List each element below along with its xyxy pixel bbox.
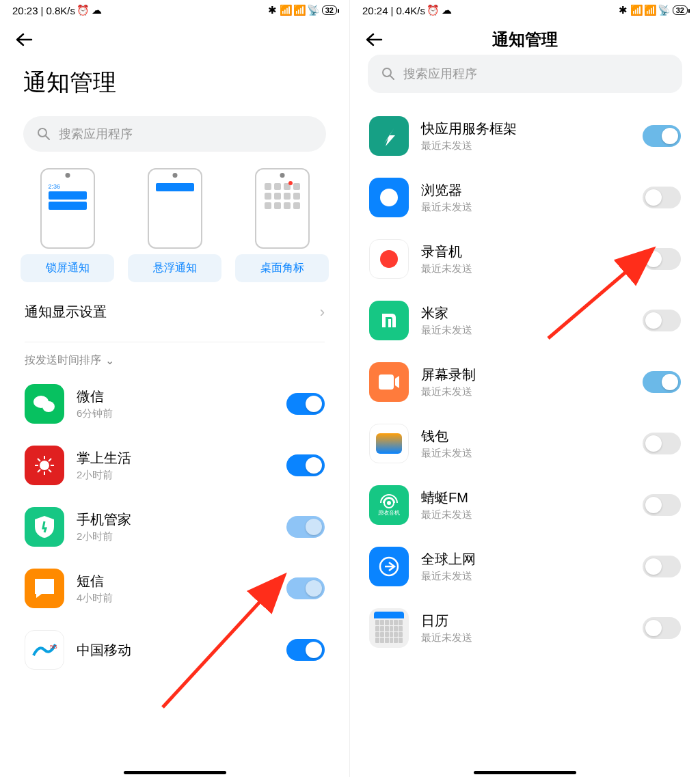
search-input[interactable]: 搜索应用程序 — [368, 55, 682, 93]
notification-toggle[interactable] — [286, 516, 325, 538]
search-placeholder: 搜索应用程序 — [403, 66, 477, 82]
back-button[interactable] — [364, 29, 384, 50]
app-subtitle: 6分钟前 — [77, 407, 274, 420]
home-indicator[interactable] — [124, 771, 226, 774]
mihome-app-icon — [369, 301, 409, 340]
app-name: 全球上网 — [421, 550, 630, 569]
page-title: 通知管理 — [384, 29, 666, 51]
screenrec-app-icon — [369, 362, 409, 402]
app-row[interactable]: 录音机最近未发送 — [369, 228, 681, 290]
category-floating[interactable]: 悬浮通知 — [128, 168, 221, 282]
app-text: 日历最近未发送 — [421, 612, 630, 644]
app-row[interactable]: 全球上网最近未发送 — [369, 536, 681, 597]
status-time: 20:23 — [12, 5, 38, 16]
app-row[interactable]: 手机管家2小时前 — [25, 496, 325, 558]
notification-toggle[interactable] — [643, 248, 681, 270]
app-text: 全球上网最近未发送 — [421, 550, 630, 583]
home-indicator[interactable] — [474, 771, 576, 774]
signal-icon: 📶 — [281, 5, 292, 16]
status-time: 20:24 — [362, 5, 388, 16]
app-row[interactable]: 快应用服务框架最近未发送 — [369, 105, 681, 167]
notification-toggle[interactable] — [286, 577, 325, 599]
category-label[interactable]: 桌面角标 — [235, 254, 329, 282]
app-text: 中国移动 — [77, 641, 274, 659]
notification-toggle[interactable] — [286, 393, 325, 415]
chevron-right-icon: › — [320, 303, 325, 321]
wifi-icon: 📡 — [308, 5, 319, 16]
app-text: 微信6分钟前 — [77, 387, 274, 420]
app-text: 蜻蜓FM最近未发送 — [421, 489, 630, 521]
notification-toggle[interactable] — [643, 187, 681, 208]
app-row[interactable]: 日历最近未发送 — [369, 597, 681, 659]
chevron-down-icon: ⌄ — [105, 354, 114, 367]
svg-rect-9 — [379, 374, 394, 390]
app-subtitle: 最近未发送 — [421, 631, 630, 644]
app-subtitle: 最近未发送 — [421, 385, 630, 398]
app-text: 录音机最近未发送 — [421, 243, 630, 275]
app-row[interactable]: 米家最近未发送 — [369, 290, 681, 351]
app-subtitle: 最近未发送 — [421, 447, 630, 460]
app-row[interactable]: 钱包最近未发送 — [369, 413, 681, 474]
app-subtitle: 最近未发送 — [421, 508, 630, 521]
signal-icon: 📶 — [295, 5, 306, 16]
notification-toggle[interactable] — [643, 125, 681, 147]
app-row[interactable]: 屏幕录制最近未发送 — [369, 351, 681, 413]
status-net: 0.8K/s — [46, 5, 75, 16]
sort-selector[interactable]: 按发送时间排序 ⌄ — [0, 353, 349, 373]
app-text: 米家最近未发送 — [421, 304, 630, 337]
svg-point-0 — [38, 128, 46, 137]
notification-toggle[interactable] — [643, 371, 681, 393]
notification-toggle[interactable] — [286, 639, 325, 661]
app-text: 钱包最近未发送 — [421, 427, 630, 460]
svg-point-11 — [387, 501, 391, 505]
app-name: 日历 — [421, 612, 630, 630]
notification-toggle[interactable] — [643, 556, 681, 577]
app-text: 快应用服务框架最近未发送 — [421, 120, 630, 152]
app-subtitle: 最近未发送 — [421, 570, 630, 583]
app-row[interactable]: 短信4小时前 — [25, 558, 325, 619]
notification-toggle[interactable] — [643, 310, 681, 331]
app-name: 钱包 — [421, 427, 630, 446]
app-text: 短信4小时前 — [77, 572, 274, 605]
notification-toggle[interactable] — [286, 454, 325, 476]
alarm-icon: ⏰ — [78, 5, 89, 16]
globalnet-app-icon — [369, 547, 409, 586]
back-button[interactable] — [14, 29, 34, 50]
app-subtitle: 最近未发送 — [421, 139, 630, 152]
svg-text:原收音机: 原收音机 — [378, 510, 400, 516]
display-settings-row[interactable]: 通知显示设置 › — [0, 288, 349, 336]
app-subtitle: 2小时前 — [77, 530, 274, 543]
svg-text:5G: 5G — [50, 644, 57, 650]
notification-toggle[interactable] — [643, 433, 681, 454]
notification-toggle[interactable] — [643, 494, 681, 516]
life-app-icon — [25, 446, 64, 485]
quickapp-app-icon — [369, 116, 409, 156]
signal-icon: 📶 — [632, 5, 643, 16]
app-row[interactable]: 浏览器最近未发送 — [369, 167, 681, 228]
battery-icon: 32 — [673, 5, 688, 15]
app-list: 微信6分钟前掌上生活2小时前手机管家2小时前短信4小时前5G中国移动 — [0, 373, 349, 681]
cmcc-app-icon: 5G — [25, 630, 64, 670]
floating-preview-icon — [148, 168, 202, 249]
app-row[interactable]: 掌上生活2小时前 — [25, 435, 325, 496]
display-settings-label: 通知显示设置 — [25, 303, 107, 321]
app-name: 米家 — [421, 304, 630, 323]
category-label[interactable]: 悬浮通知 — [128, 254, 221, 282]
app-name: 手机管家 — [77, 510, 274, 529]
search-input[interactable]: 搜索应用程序 — [23, 116, 326, 152]
app-name: 浏览器 — [421, 181, 630, 200]
app-subtitle: 2小时前 — [77, 469, 274, 482]
app-row[interactable]: 5G中国移动 — [25, 619, 325, 681]
category-lockscreen[interactable]: 2:36 锁屏通知 — [21, 168, 114, 282]
right-screenshot: 20:24 | 0.4K/s ⏰ ☁ ✱ 📶 📶 📡 32 通知管理 搜索应用程… — [350, 0, 700, 777]
category-badge[interactable]: 桌面角标 — [235, 168, 329, 282]
app-name: 掌上生活 — [77, 449, 274, 467]
app-text: 掌上生活2小时前 — [77, 449, 274, 482]
app-name: 屏幕录制 — [421, 366, 630, 384]
notification-toggle[interactable] — [643, 617, 681, 639]
category-label[interactable]: 锁屏通知 — [21, 254, 114, 282]
app-row[interactable]: 原收音机蜻蜓FM最近未发送 — [369, 474, 681, 536]
app-row[interactable]: 微信6分钟前 — [25, 373, 325, 435]
status-net: 0.4K/s — [396, 5, 425, 16]
guard-app-icon — [25, 507, 64, 547]
